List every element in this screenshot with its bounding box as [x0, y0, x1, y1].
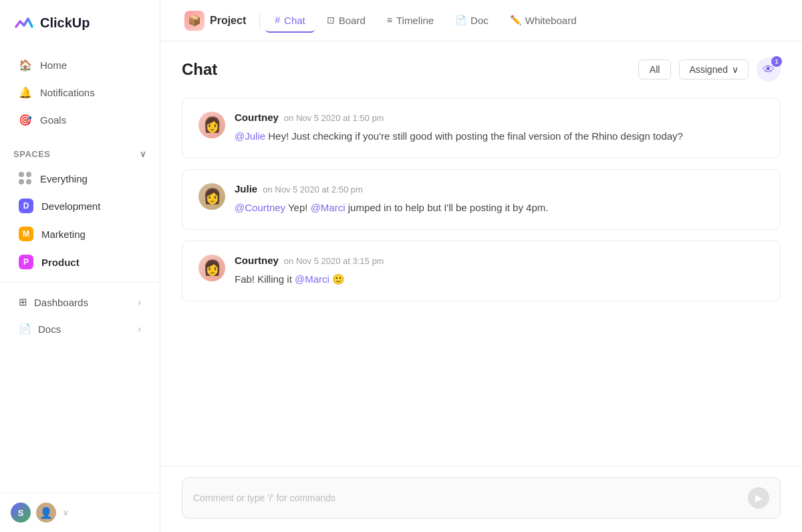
development-badge: D — [19, 198, 33, 213]
spaces-header: Spaces ∨ — [0, 140, 160, 164]
filter-assigned-button[interactable]: Assigned ∨ — [679, 59, 749, 80]
message-1: 👩 Courtney on Nov 5 2020 at 1:50 pm @Jul… — [182, 98, 781, 158]
project-label: 📦 Project — [176, 5, 254, 36]
sidebar-item-everything[interactable]: Everything — [5, 166, 154, 191]
tab-timeline-label: Timeline — [396, 15, 434, 26]
watch-button[interactable]: 👁 1 — [757, 57, 781, 82]
sidebar-item-notifications-label: Notifications — [40, 87, 95, 98]
chat-header: Chat All Assigned ∨ 👁 1 — [160, 41, 802, 92]
sidebar-item-development-label: Development — [41, 201, 100, 212]
message-3-mention: @Marci — [295, 273, 329, 285]
sidebar-item-product-label: Product — [41, 257, 80, 268]
courtney-avatar-1: 👩 — [198, 112, 225, 138]
assigned-label: Assigned — [689, 64, 728, 75]
footer-chevron-icon[interactable]: ∨ — [63, 508, 69, 517]
timeline-tab-icon: ≡ — [387, 15, 392, 25]
sidebar-item-marketing[interactable]: M Marketing — [5, 221, 154, 247]
messages-list: 👩 Courtney on Nov 5 2020 at 1:50 pm @Jul… — [160, 92, 802, 466]
sidebar-item-product[interactable]: P Product — [5, 249, 154, 275]
board-tab-icon: ⊡ — [327, 15, 335, 25]
sidebar-item-development[interactable]: D Development — [5, 192, 154, 219]
message-2-text: Yep! @Marci jumped in to help but I'll b… — [285, 202, 548, 213]
send-icon: ▶ — [755, 493, 763, 503]
sidebar-item-docs-label: Docs — [38, 323, 61, 335]
message-2: 👩 Julie on Nov 5 2020 at 2:50 pm @Courtn… — [182, 169, 781, 230]
sidebar-item-home-label: Home — [40, 59, 67, 71]
sidebar-item-everything-label: Everything — [40, 173, 88, 184]
spaces-collapse-icon[interactable]: ∨ — [140, 149, 147, 159]
app-name: ClickUp — [40, 15, 90, 31]
message-1-time: on Nov 5 2020 at 1:50 pm — [284, 113, 384, 123]
julie-avatar: 👩 — [198, 183, 225, 210]
project-title: Project — [210, 15, 246, 27]
tab-board[interactable]: ⊡ Board — [317, 9, 375, 33]
message-3-content: Courtney on Nov 5 2020 at 3:15 pm Fab! K… — [235, 255, 764, 287]
sidebar-sections: ⊞ Dashboards › 📄 Docs › — [0, 282, 160, 348]
everything-icon — [19, 172, 32, 185]
sidebar-nav: 🏠 Home 🔔 Notifications 🎯 Goals — [0, 45, 160, 140]
message-3-author: Courtney — [235, 255, 279, 266]
chat-header-right: All Assigned ∨ 👁 1 — [638, 57, 781, 82]
user-avatar-s: S — [11, 503, 31, 523]
tab-doc[interactable]: 📄 Doc — [446, 9, 498, 33]
message-1-content: Courtney on Nov 5 2020 at 1:50 pm @Julie… — [235, 112, 764, 144]
message-3-text-after: 🙂 — [329, 273, 345, 285]
docs-icon: 📄 — [19, 323, 31, 335]
tab-chat-label: Chat — [284, 15, 305, 26]
tab-doc-label: Doc — [471, 15, 489, 26]
docs-chevron: › — [138, 323, 141, 334]
message-3: 👩 Courtney on Nov 5 2020 at 3:15 pm Fab!… — [182, 241, 781, 301]
assigned-dropdown-icon: ∨ — [732, 64, 739, 75]
whiteboard-tab-icon: ✏️ — [510, 15, 521, 25]
nav-divider — [259, 13, 260, 29]
sidebar-item-goals-label: Goals — [40, 114, 66, 126]
spaces-list: Everything D Development M Marketing P P… — [0, 164, 160, 277]
goals-icon: 🎯 — [19, 114, 32, 126]
tab-whiteboard[interactable]: ✏️ Whiteboard — [501, 9, 586, 33]
message-1-header: Courtney on Nov 5 2020 at 1:50 pm — [235, 112, 764, 123]
message-1-mention: @Julie — [235, 130, 265, 142]
chat-input-box: Comment or type '/' for commands ▶ — [182, 477, 781, 519]
spaces-label: Spaces — [13, 149, 51, 159]
message-2-body: @Courtney Yep! @Marci jumped in to help … — [235, 200, 764, 216]
chat-input-placeholder: Comment or type '/' for commands — [193, 493, 336, 503]
logo[interactable]: ClickUp — [0, 0, 160, 45]
home-icon: 🏠 — [19, 59, 32, 72]
sidebar: ClickUp 🏠 Home 🔔 Notifications 🎯 Goals S… — [0, 0, 160, 532]
message-1-text: Hey! Just checking if you're still good … — [265, 130, 683, 142]
marketing-badge: M — [19, 227, 33, 241]
chat-tab-icon: # — [275, 15, 280, 25]
sidebar-item-dashboards-label: Dashboards — [34, 297, 88, 308]
sidebar-item-dashboards[interactable]: ⊞ Dashboards › — [5, 289, 154, 315]
product-badge: P — [19, 255, 33, 269]
chat-area: Chat All Assigned ∨ 👁 1 👩 Courtney — [160, 41, 802, 532]
sidebar-item-home[interactable]: 🏠 Home — [5, 52, 154, 78]
docs-left: 📄 Docs — [19, 323, 61, 335]
top-nav: 📦 Project # Chat ⊡ Board ≡ Timeline 📄 Do… — [160, 0, 802, 41]
chat-input-area: Comment or type '/' for commands ▶ — [160, 466, 802, 532]
project-icon: 📦 — [184, 11, 205, 31]
dashboards-chevron: › — [138, 297, 141, 307]
dashboards-left: ⊞ Dashboards — [19, 296, 88, 308]
main-content: 📦 Project # Chat ⊡ Board ≡ Timeline 📄 Do… — [160, 0, 802, 532]
sidebar-item-marketing-label: Marketing — [41, 229, 86, 240]
filter-all-button[interactable]: All — [638, 59, 672, 80]
sidebar-item-goals[interactable]: 🎯 Goals — [5, 107, 154, 133]
message-3-header: Courtney on Nov 5 2020 at 3:15 pm — [235, 255, 764, 266]
message-2-time: on Nov 5 2020 at 2:50 pm — [263, 184, 363, 194]
message-2-author: Julie — [235, 183, 257, 194]
message-2-header: Julie on Nov 5 2020 at 2:50 pm — [235, 183, 764, 194]
chat-title: Chat — [182, 60, 217, 79]
watch-badge: 1 — [771, 56, 782, 67]
bell-icon: 🔔 — [19, 86, 32, 99]
clickup-logo-icon — [13, 12, 35, 33]
sidebar-item-docs[interactable]: 📄 Docs › — [5, 316, 154, 342]
send-button[interactable]: ▶ — [748, 487, 769, 509]
doc-tab-icon: 📄 — [455, 15, 466, 25]
sidebar-item-notifications[interactable]: 🔔 Notifications — [5, 80, 154, 106]
tab-timeline[interactable]: ≡ Timeline — [378, 9, 443, 33]
message-2-mention: @Courtney — [235, 202, 285, 213]
user-avatar-photo: 👤 — [36, 503, 56, 523]
message-2-mention2: @Marci — [311, 202, 346, 213]
tab-chat[interactable]: # Chat — [265, 9, 314, 33]
